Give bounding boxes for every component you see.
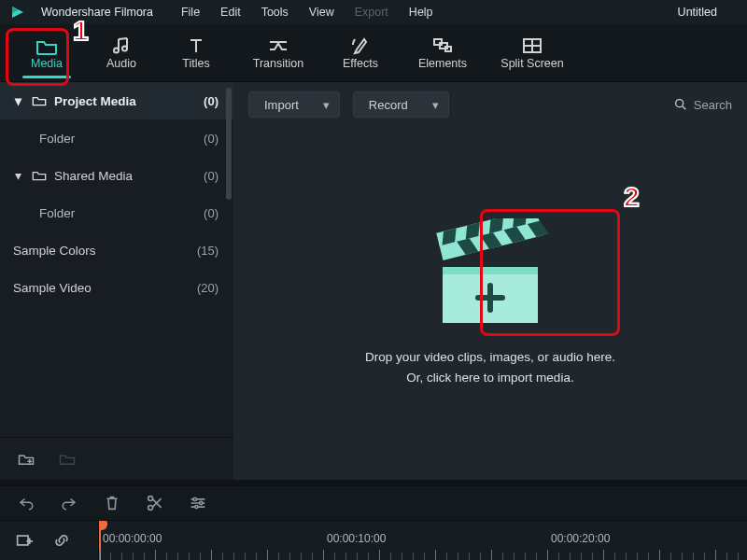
svg-point-0 (114, 48, 119, 52)
folder-icon (32, 94, 47, 107)
tab-titles[interactable]: Titles (159, 24, 233, 82)
adjust-button[interactable] (189, 494, 207, 512)
split-button[interactable] (146, 494, 164, 512)
chevron-down-icon: ▾ (432, 98, 439, 112)
timeline-left-controls (0, 521, 99, 560)
sidebar-scrollbar[interactable] (226, 84, 232, 233)
timeline-ticks (99, 549, 747, 560)
tab-transition[interactable]: Transition (233, 24, 323, 82)
clapperboard-icon (430, 218, 551, 332)
menu-export: Export (355, 6, 388, 19)
add-track-button[interactable] (15, 531, 34, 550)
sidebar-item-shared-media[interactable]: ▾ Shared Media (0) (0, 157, 233, 194)
sidebar-item-sample-video[interactable]: Sample Video (20) (0, 269, 233, 306)
timecode: 00:00:20:00 (551, 532, 610, 545)
timecode: 00:00:10:00 (327, 532, 386, 545)
caret-down-icon: ▾ (15, 168, 26, 183)
timeline[interactable]: 00:00:00:00 00:00:10:00 00:00:20:00 (0, 521, 747, 560)
sidebar-item-label: Sample Colors (13, 244, 96, 258)
sidebar-item-project-folder[interactable]: Folder (0) (0, 119, 233, 157)
sidebar-item-label: Folder (39, 206, 75, 220)
tab-audio[interactable]: Audio (84, 24, 159, 82)
scrollbar-thumb[interactable] (226, 88, 232, 200)
tab-audio-label: Audio (106, 57, 136, 70)
folder-icon (32, 169, 47, 182)
search-input[interactable]: Search (673, 97, 732, 112)
sidebar-item-count: (0) (204, 206, 218, 220)
import-label: Import (264, 98, 299, 112)
sidebar-item-count: (0) (204, 169, 218, 183)
search-placeholder: Search (694, 98, 732, 112)
menu-file[interactable]: File (181, 6, 200, 19)
tab-effects-label: Effects (343, 57, 378, 70)
menu-bar: File Edit Tools View Export Help (181, 6, 433, 19)
sidebar-item-sample-colors[interactable]: Sample Colors (15) (0, 231, 233, 269)
svg-point-22 (148, 505, 153, 510)
sidebar-item-count: (0) (204, 132, 218, 146)
sidebar-item-count: (0) (204, 94, 218, 108)
drop-zone-text: Drop your video clips, images, or audio … (365, 347, 615, 387)
import-dropdown[interactable]: Import ▾ (248, 91, 340, 118)
record-dropdown[interactable]: Record ▾ (353, 91, 449, 118)
sidebar-item-count: (15) (197, 244, 218, 258)
timeline-toolbar (0, 485, 747, 521)
sidebar-item-label: Sample Video (13, 281, 92, 295)
svg-point-23 (193, 497, 196, 500)
menu-tools[interactable]: Tools (261, 6, 289, 19)
media-sidebar: ▾ Project Media (0) Folder (0) ▾ (0, 82, 233, 480)
media-panel: Import ▾ Record ▾ Search (233, 82, 747, 480)
svg-point-25 (195, 505, 198, 508)
svg-point-21 (148, 497, 153, 501)
app-name: Wondershare Filmora (41, 6, 153, 19)
tab-media-label: Media (31, 57, 63, 70)
svg-rect-18 (443, 267, 538, 274)
tab-transition-label: Transition (253, 57, 303, 70)
svg-point-24 (200, 501, 203, 504)
media-toolbar: Import ▾ Record ▾ Search (233, 82, 747, 127)
menu-help[interactable]: Help (409, 6, 433, 19)
timeline-ruler[interactable]: 00:00:00:00 00:00:10:00 00:00:20:00 (99, 521, 747, 560)
tab-elements-label: Elements (418, 57, 467, 70)
caret-down-icon: ▾ (15, 93, 26, 108)
drop-line-2: Or, click here to import media. (365, 368, 615, 388)
link-button[interactable] (52, 531, 71, 550)
new-folder-button[interactable] (17, 450, 35, 469)
svg-rect-26 (18, 536, 28, 545)
tab-split-screen[interactable]: Split Screen (487, 24, 577, 82)
main-tabs: Media Audio Titles Transition Effects El… (0, 24, 747, 82)
tab-elements[interactable]: Elements (398, 24, 487, 82)
sidebar-item-shared-folder[interactable]: Folder (0) (0, 194, 233, 231)
sidebar-item-count: (20) (197, 281, 218, 295)
undo-button[interactable] (17, 494, 35, 512)
tab-media[interactable]: Media (9, 24, 84, 82)
menu-view[interactable]: View (309, 6, 334, 19)
svg-point-1 (122, 46, 127, 50)
tab-effects[interactable]: Effects (323, 24, 398, 82)
drop-line-1: Drop your video clips, images, or audio … (365, 347, 615, 368)
tab-titles-label: Titles (182, 57, 209, 70)
delete-button[interactable] (103, 494, 121, 512)
record-label: Record (369, 98, 408, 112)
sidebar-item-label: Folder (39, 132, 75, 146)
app-logo-icon (9, 4, 26, 21)
svg-point-6 (675, 100, 683, 107)
project-title: Untitled (678, 6, 717, 19)
import-drop-zone[interactable]: Drop your video clips, images, or audio … (233, 127, 747, 480)
chevron-down-icon: ▾ (323, 98, 330, 112)
sidebar-footer (0, 437, 233, 480)
menu-edit[interactable]: Edit (220, 6, 241, 19)
tab-split-label: Split Screen (500, 57, 563, 70)
redo-button[interactable] (60, 494, 78, 512)
sidebar-item-label: Shared Media (54, 169, 133, 183)
app-window: Wondershare Filmora File Edit Tools View… (0, 0, 747, 560)
title-bar: Wondershare Filmora File Edit Tools View… (0, 0, 747, 24)
delete-folder-button[interactable] (58, 450, 77, 469)
search-icon (673, 97, 688, 112)
sidebar-item-label: Project Media (54, 94, 136, 108)
sidebar-item-project-media[interactable]: ▾ Project Media (0) (0, 82, 233, 119)
timecode: 00:00:00:00 (103, 532, 162, 545)
workspace: ▾ Project Media (0) Folder (0) ▾ (0, 82, 747, 480)
